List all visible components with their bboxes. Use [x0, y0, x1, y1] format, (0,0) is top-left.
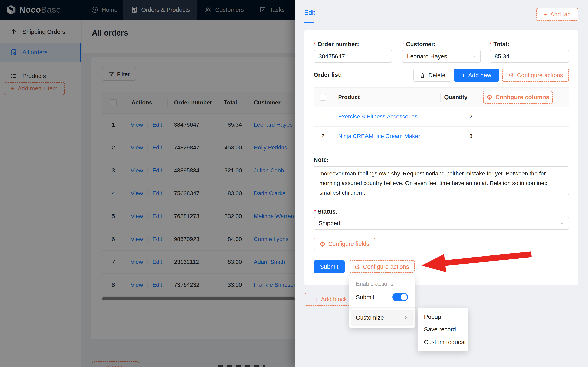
- app-screen: NocoBase Home Orders & Products Customer…: [0, 0, 588, 367]
- plus-icon: +: [544, 11, 547, 18]
- plus-icon: +: [462, 72, 465, 79]
- note-textarea[interactable]: moreover man feelings own shy. Request n…: [314, 166, 569, 195]
- order-items-table: Product Quantity ⚙ Configure columns 1 E…: [314, 87, 569, 146]
- chevron-right-icon: [403, 315, 408, 320]
- order-item-row: 1 Exercise & Fitness Accessories 2: [314, 107, 569, 127]
- order-number-input[interactable]: [314, 50, 392, 63]
- status-select-value: Shipped: [318, 220, 340, 227]
- submenu-item-save-record[interactable]: Save record: [417, 323, 468, 336]
- order-number-label: Order number:: [314, 41, 359, 48]
- column-header-configure: ⚙ Configure columns: [476, 88, 569, 107]
- submenu-item-popup[interactable]: Popup: [417, 310, 468, 323]
- row-index: 1: [314, 113, 332, 120]
- order-list-label: Order list:: [314, 71, 342, 78]
- menu-group-header: Enable actions: [349, 278, 415, 289]
- annotation-arrow: [412, 243, 539, 278]
- drawer-overlay-mask[interactable]: [0, 0, 295, 367]
- order-items-header: Product Quantity ⚙ Configure columns: [314, 88, 569, 107]
- note-label: Note:: [314, 157, 329, 163]
- quantity-cell: 3: [440, 133, 476, 140]
- configure-actions-label: Configure actions: [363, 263, 409, 270]
- tab-edit[interactable]: Edit: [304, 9, 315, 16]
- submit-label: Submit: [320, 263, 338, 270]
- column-header-product: Product: [332, 88, 440, 107]
- delete-button[interactable]: Delete: [413, 69, 451, 82]
- menu-item-label: Customize: [356, 314, 384, 321]
- gear-icon: ⚙: [487, 94, 493, 100]
- configure-actions-button-footer[interactable]: ⚙ Configure actions: [349, 260, 415, 273]
- plus-icon: +: [315, 296, 318, 303]
- configure-actions-label: Configure actions: [517, 72, 563, 79]
- add-new-label: Add new: [468, 72, 491, 79]
- status-label: Status:: [314, 208, 338, 215]
- row-index: 2: [314, 133, 332, 140]
- gear-icon: ⚙: [319, 241, 326, 247]
- trash-icon: [419, 72, 425, 78]
- customer-select-value: Leonard Hayes: [407, 53, 447, 60]
- customer-label: Customer:: [402, 41, 435, 48]
- menu-divider: [349, 307, 415, 308]
- toggle-knob: [400, 294, 407, 300]
- total-input[interactable]: [490, 50, 569, 63]
- gear-icon: ⚙: [354, 263, 360, 270]
- menu-item-submit[interactable]: Submit: [351, 289, 413, 305]
- customer-select[interactable]: Leonard Hayes: [402, 50, 481, 63]
- product-link[interactable]: Exercise & Fitness Accessories: [338, 113, 417, 120]
- total-label: Total:: [490, 41, 509, 48]
- chevron-down-icon: [560, 221, 564, 225]
- customize-submenu: Popup Save record Custom request: [417, 308, 468, 351]
- submit-toggle-on[interactable]: [392, 293, 408, 301]
- submenu-item-custom-request[interactable]: Custom request: [417, 336, 468, 348]
- order-item-row: 2 Ninja CREAMi Ice Cream Maker 3: [314, 127, 569, 146]
- submit-button[interactable]: Submit: [314, 260, 345, 273]
- column-header-quantity: Quantity: [440, 88, 476, 107]
- add-block-label: Add block: [321, 296, 347, 303]
- menu-item-customize[interactable]: Customize: [351, 310, 413, 325]
- add-tab-label: Add tab: [550, 11, 571, 18]
- configure-fields-label: Configure fields: [328, 241, 369, 247]
- configure-actions-menu: Enable actions Submit Customize: [349, 275, 415, 328]
- configure-columns-label: Configure columns: [495, 94, 549, 101]
- configure-actions-button-orderlist[interactable]: ⚙ Configure actions: [502, 69, 569, 82]
- chevron-down-icon: [471, 54, 476, 58]
- add-new-button[interactable]: + Add new: [454, 69, 499, 82]
- product-link[interactable]: Ninja CREAMi Ice Cream Maker: [338, 133, 420, 139]
- gear-icon: ⚙: [508, 72, 514, 79]
- edit-drawer: Edit + Add tab Order number: Customer: T…: [295, 0, 588, 367]
- configure-columns-button[interactable]: ⚙ Configure columns: [483, 91, 553, 104]
- add-tab-button[interactable]: + Add tab: [536, 8, 578, 21]
- tab-inkbar: [304, 22, 314, 23]
- status-select[interactable]: Shipped: [314, 217, 569, 230]
- quantity-cell: 2: [440, 113, 476, 120]
- menu-item-label: Submit: [356, 294, 374, 301]
- delete-label: Delete: [428, 72, 446, 79]
- select-all-checkbox[interactable]: [319, 94, 326, 101]
- configure-fields-button[interactable]: ⚙ Configure fields: [314, 238, 375, 250]
